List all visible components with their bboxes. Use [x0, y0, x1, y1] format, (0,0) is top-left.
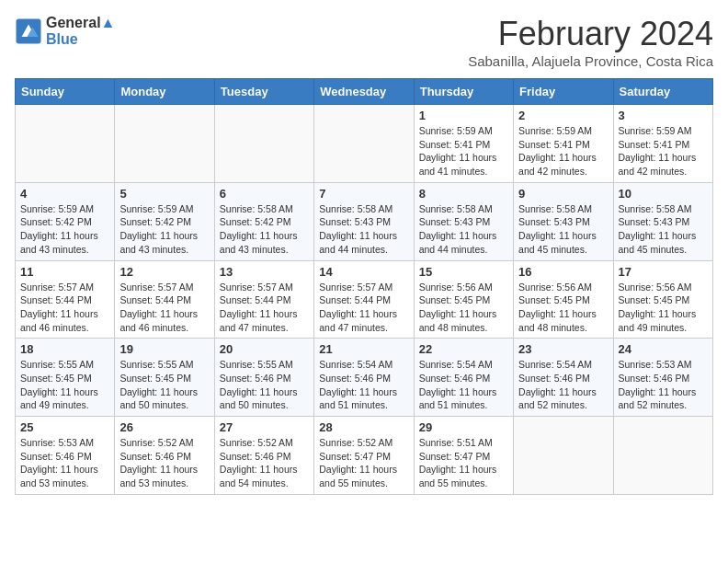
- day-number: 14: [319, 265, 408, 279]
- calendar-week-row: 18Sunrise: 5:55 AM Sunset: 5:45 PM Dayli…: [16, 339, 713, 417]
- day-info: Sunrise: 5:59 AM Sunset: 5:41 PM Dayligh…: [518, 124, 608, 178]
- day-number: 13: [220, 265, 309, 279]
- calendar-cell: 28Sunrise: 5:52 AM Sunset: 5:47 PM Dayli…: [314, 417, 414, 495]
- calendar-cell: 29Sunrise: 5:51 AM Sunset: 5:47 PM Dayli…: [414, 417, 513, 495]
- calendar-cell: 15Sunrise: 5:56 AM Sunset: 5:45 PM Dayli…: [414, 260, 513, 339]
- calendar-cell: 18Sunrise: 5:55 AM Sunset: 5:45 PM Dayli…: [16, 339, 115, 417]
- day-number: 15: [419, 265, 508, 279]
- calendar-week-row: 1Sunrise: 5:59 AM Sunset: 5:41 PM Daylig…: [16, 105, 713, 183]
- calendar-table: SundayMondayTuesdayWednesdayThursdayFrid…: [15, 78, 713, 495]
- calendar-week-row: 11Sunrise: 5:57 AM Sunset: 5:44 PM Dayli…: [16, 260, 713, 339]
- day-info: Sunrise: 5:55 AM Sunset: 5:45 PM Dayligh…: [20, 358, 109, 412]
- calendar-subtitle: Sabanilla, Alajuela Province, Costa Rica: [468, 53, 713, 69]
- day-info: Sunrise: 5:57 AM Sunset: 5:44 PM Dayligh…: [220, 281, 309, 335]
- calendar-cell: [16, 105, 115, 183]
- day-number: 9: [518, 187, 608, 201]
- day-info: Sunrise: 5:56 AM Sunset: 5:45 PM Dayligh…: [619, 281, 708, 335]
- day-number: 7: [319, 187, 408, 201]
- day-number: 11: [20, 265, 109, 279]
- calendar-cell: 13Sunrise: 5:57 AM Sunset: 5:44 PM Dayli…: [214, 260, 313, 339]
- day-info: Sunrise: 5:51 AM Sunset: 5:47 PM Dayligh…: [419, 436, 508, 490]
- day-number: 22: [419, 342, 508, 356]
- day-number: 4: [20, 187, 109, 201]
- logo-icon: [15, 17, 42, 45]
- calendar-cell: 21Sunrise: 5:54 AM Sunset: 5:46 PM Dayli…: [314, 339, 414, 417]
- day-number: 6: [220, 187, 309, 201]
- calendar-cell: 23Sunrise: 5:54 AM Sunset: 5:46 PM Dayli…: [514, 339, 613, 417]
- day-info: Sunrise: 5:58 AM Sunset: 5:43 PM Dayligh…: [619, 202, 708, 257]
- calendar-cell: 2Sunrise: 5:59 AM Sunset: 5:41 PM Daylig…: [514, 105, 613, 183]
- day-number: 28: [319, 420, 408, 434]
- day-info: Sunrise: 5:54 AM Sunset: 5:46 PM Dayligh…: [319, 358, 408, 412]
- day-info: Sunrise: 5:52 AM Sunset: 5:46 PM Dayligh…: [220, 436, 309, 490]
- day-info: Sunrise: 5:56 AM Sunset: 5:45 PM Dayligh…: [518, 281, 608, 335]
- calendar-cell: [115, 105, 214, 183]
- day-number: 10: [619, 187, 708, 201]
- day-number: 25: [20, 420, 109, 434]
- calendar-title: February 2024: [468, 15, 713, 53]
- day-number: 1: [419, 109, 508, 122]
- calendar-cell: 6Sunrise: 5:58 AM Sunset: 5:42 PM Daylig…: [214, 182, 313, 260]
- title-area: February 2024 Sabanilla, Alajuela Provin…: [468, 15, 713, 69]
- calendar-cell: [314, 105, 414, 183]
- day-number: 23: [518, 342, 608, 356]
- calendar-cell: 27Sunrise: 5:52 AM Sunset: 5:46 PM Dayli…: [214, 417, 313, 495]
- weekday-header-sunday: Sunday: [16, 79, 115, 105]
- day-number: 5: [119, 187, 209, 201]
- day-info: Sunrise: 5:53 AM Sunset: 5:46 PM Dayligh…: [20, 436, 109, 490]
- weekday-header-thursday: Thursday: [414, 79, 513, 105]
- calendar-cell: 9Sunrise: 5:58 AM Sunset: 5:43 PM Daylig…: [514, 182, 613, 260]
- day-info: Sunrise: 5:54 AM Sunset: 5:46 PM Dayligh…: [419, 358, 508, 412]
- day-number: 29: [419, 420, 508, 434]
- day-number: 8: [419, 187, 508, 201]
- day-info: Sunrise: 5:56 AM Sunset: 5:45 PM Dayligh…: [419, 281, 508, 335]
- calendar-cell: 7Sunrise: 5:58 AM Sunset: 5:43 PM Daylig…: [314, 182, 414, 260]
- weekday-header-wednesday: Wednesday: [314, 79, 414, 105]
- day-number: 12: [119, 265, 209, 279]
- logo: General▲ Blue: [15, 15, 115, 48]
- day-info: Sunrise: 5:52 AM Sunset: 5:47 PM Dayligh…: [319, 436, 408, 490]
- calendar-cell: [613, 417, 712, 495]
- day-info: Sunrise: 5:58 AM Sunset: 5:43 PM Dayligh…: [518, 202, 608, 257]
- weekday-header-tuesday: Tuesday: [214, 79, 313, 105]
- calendar-cell: [514, 417, 613, 495]
- day-info: Sunrise: 5:58 AM Sunset: 5:43 PM Dayligh…: [419, 202, 508, 257]
- day-number: 21: [319, 342, 408, 356]
- calendar-cell: 5Sunrise: 5:59 AM Sunset: 5:42 PM Daylig…: [115, 182, 214, 260]
- calendar-cell: 16Sunrise: 5:56 AM Sunset: 5:45 PM Dayli…: [514, 260, 613, 339]
- calendar-cell: 25Sunrise: 5:53 AM Sunset: 5:46 PM Dayli…: [16, 417, 115, 495]
- day-info: Sunrise: 5:59 AM Sunset: 5:41 PM Dayligh…: [619, 124, 708, 178]
- day-info: Sunrise: 5:59 AM Sunset: 5:42 PM Dayligh…: [20, 202, 109, 257]
- calendar-cell: 12Sunrise: 5:57 AM Sunset: 5:44 PM Dayli…: [115, 260, 214, 339]
- weekday-header-monday: Monday: [115, 79, 214, 105]
- calendar-cell: 26Sunrise: 5:52 AM Sunset: 5:46 PM Dayli…: [115, 417, 214, 495]
- calendar-cell: 22Sunrise: 5:54 AM Sunset: 5:46 PM Dayli…: [414, 339, 513, 417]
- day-number: 16: [518, 265, 608, 279]
- day-info: Sunrise: 5:53 AM Sunset: 5:46 PM Dayligh…: [619, 358, 708, 412]
- day-number: 20: [220, 342, 309, 356]
- day-info: Sunrise: 5:59 AM Sunset: 5:41 PM Dayligh…: [419, 124, 508, 178]
- day-info: Sunrise: 5:59 AM Sunset: 5:42 PM Dayligh…: [119, 202, 209, 257]
- calendar-cell: 4Sunrise: 5:59 AM Sunset: 5:42 PM Daylig…: [16, 182, 115, 260]
- day-info: Sunrise: 5:57 AM Sunset: 5:44 PM Dayligh…: [319, 281, 408, 335]
- calendar-week-row: 4Sunrise: 5:59 AM Sunset: 5:42 PM Daylig…: [16, 182, 713, 260]
- weekday-header-friday: Friday: [514, 79, 613, 105]
- weekday-header-row: SundayMondayTuesdayWednesdayThursdayFrid…: [16, 79, 713, 105]
- day-number: 24: [619, 342, 708, 356]
- day-number: 3: [619, 109, 708, 122]
- day-number: 17: [619, 265, 708, 279]
- calendar-cell: 3Sunrise: 5:59 AM Sunset: 5:41 PM Daylig…: [613, 105, 712, 183]
- calendar-cell: 17Sunrise: 5:56 AM Sunset: 5:45 PM Dayli…: [613, 260, 712, 339]
- day-info: Sunrise: 5:57 AM Sunset: 5:44 PM Dayligh…: [20, 281, 109, 335]
- calendar-cell: 8Sunrise: 5:58 AM Sunset: 5:43 PM Daylig…: [414, 182, 513, 260]
- calendar-cell: 20Sunrise: 5:55 AM Sunset: 5:46 PM Dayli…: [214, 339, 313, 417]
- calendar-cell: 10Sunrise: 5:58 AM Sunset: 5:43 PM Dayli…: [613, 182, 712, 260]
- calendar-cell: 24Sunrise: 5:53 AM Sunset: 5:46 PM Dayli…: [613, 339, 712, 417]
- day-info: Sunrise: 5:55 AM Sunset: 5:46 PM Dayligh…: [220, 358, 309, 412]
- calendar-cell: [214, 105, 313, 183]
- day-info: Sunrise: 5:52 AM Sunset: 5:46 PM Dayligh…: [119, 436, 209, 490]
- day-number: 2: [518, 109, 608, 122]
- calendar-cell: 19Sunrise: 5:55 AM Sunset: 5:45 PM Dayli…: [115, 339, 214, 417]
- calendar-cell: 14Sunrise: 5:57 AM Sunset: 5:44 PM Dayli…: [314, 260, 414, 339]
- day-info: Sunrise: 5:58 AM Sunset: 5:43 PM Dayligh…: [319, 202, 408, 257]
